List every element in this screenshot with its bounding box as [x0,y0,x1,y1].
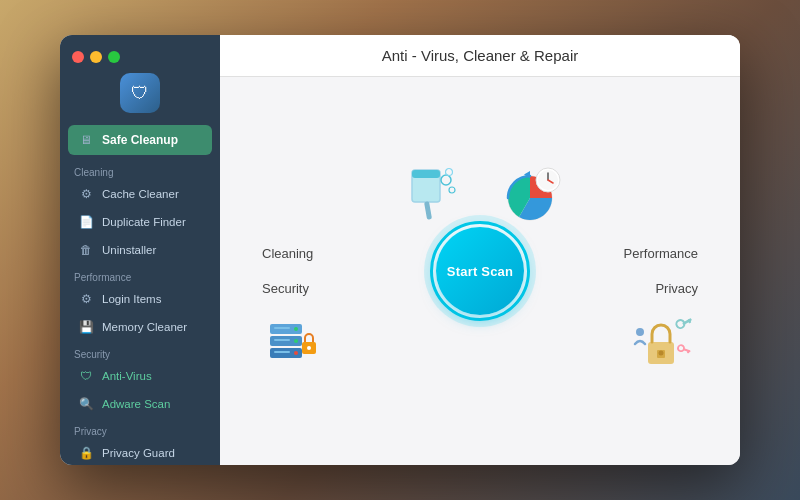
login-icon: ⚙ [78,291,94,307]
privacy-icon: 🔒 [78,445,94,461]
scan-ring: Start Scan [430,221,530,321]
security-label: Security [254,281,309,296]
shield-icon: 🛡 [131,83,149,104]
sidebar-item-cache-cleaner[interactable]: ⚙ Cache Cleaner [64,181,216,207]
svg-rect-30 [683,348,691,353]
maximize-button[interactable] [108,51,120,63]
svg-point-17 [294,351,298,355]
sidebar: 🛡 🖥 Safe Cleanup Cleaning ⚙ Cache Cleane… [60,35,220,465]
svg-point-25 [659,351,664,356]
section-security-label: Security [60,341,220,362]
svg-rect-20 [274,351,290,353]
svg-point-32 [636,328,644,336]
performance-label: Performance [624,246,706,261]
sidebar-item-anti-virus[interactable]: 🛡 Anti-Virus [64,363,216,389]
cache-icon: ⚙ [78,186,94,202]
monitor-icon: 🖥 [78,132,94,148]
sidebar-active-label: Safe Cleanup [102,133,178,147]
cleaning-label: Cleaning [254,246,313,261]
svg-rect-2 [424,201,432,220]
minimize-button[interactable] [90,51,102,63]
section-performance-label: Performance [60,264,220,285]
svg-rect-18 [274,327,290,329]
svg-point-3 [441,175,451,185]
svg-point-5 [446,169,453,176]
main-content: Anti - Virus, Cleaner & Repair [220,35,740,465]
sidebar-item-login-items[interactable]: ⚙ Login Items [64,286,216,312]
memory-icon: 💾 [78,319,94,335]
quadrant-grid: Cleaning [220,77,740,465]
antivirus-icon: 🛡 [78,368,94,384]
window-controls [72,51,120,63]
svg-point-16 [294,339,298,343]
svg-rect-1 [412,170,440,178]
main-header: Anti - Virus, Cleaner & Repair [220,35,740,77]
svg-point-29 [677,344,685,352]
privacy-label: Privacy [655,281,706,296]
svg-rect-19 [274,339,290,341]
privacy-illustration [626,302,706,382]
start-scan-button[interactable]: Start Scan [436,227,524,315]
sidebar-item-duplicate-finder[interactable]: 📄 Duplicate Finder [64,209,216,235]
main-window: 🛡 🖥 Safe Cleanup Cleaning ⚙ Cache Cleane… [60,35,740,465]
sidebar-item-safe-cleanup[interactable]: 🖥 Safe Cleanup [68,125,212,155]
security-illustration [254,302,334,382]
section-cleaning-label: Cleaning [60,159,220,180]
svg-point-15 [294,327,298,331]
app-logo: 🛡 [120,73,160,113]
close-button[interactable] [72,51,84,63]
sidebar-header: 🛡 [60,35,220,121]
sidebar-item-memory-cleaner[interactable]: 💾 Memory Cleaner [64,314,216,340]
svg-point-22 [307,346,311,350]
sidebar-item-uninstaller[interactable]: 🗑 Uninstaller [64,237,216,263]
duplicate-icon: 📄 [78,214,94,230]
section-privacy-label: Privacy [60,418,220,439]
svg-point-4 [449,187,455,193]
sidebar-item-privacy-guard[interactable]: 🔒 Privacy Guard [64,440,216,465]
sidebar-item-adware-scan[interactable]: 🔍 Adware Scan [64,391,216,417]
start-scan-container: Start Scan [430,221,530,321]
adware-icon: 🔍 [78,396,94,412]
uninstaller-icon: 🗑 [78,242,94,258]
